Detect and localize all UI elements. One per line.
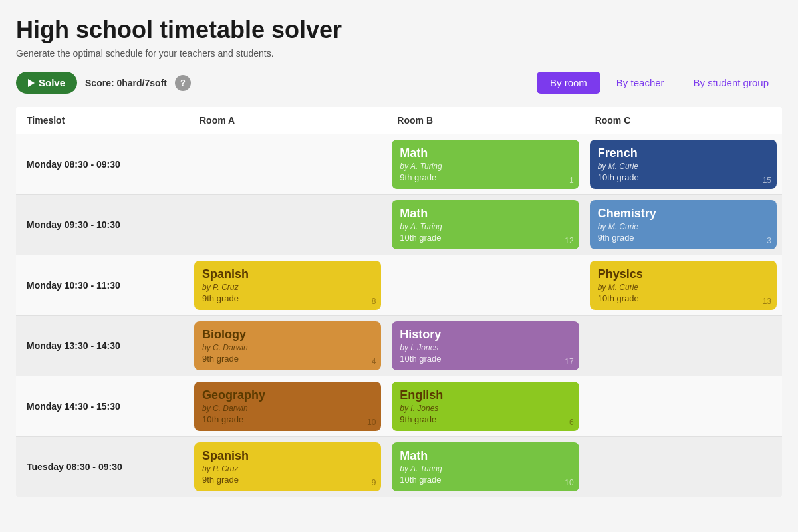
lesson-teacher: by A. Turing xyxy=(400,162,571,171)
lesson-number: 10 xyxy=(565,478,573,487)
lesson-teacher: by P. Cruz xyxy=(202,464,373,473)
lesson-grade: 10th grade xyxy=(598,172,769,182)
lesson-teacher: by P. Cruz xyxy=(202,283,373,292)
room-cell-empty xyxy=(585,376,782,436)
lesson-card[interactable]: Math by A. Turing 10th grade 10 xyxy=(392,442,579,491)
lesson-subject: Math xyxy=(400,146,571,160)
score-label: Score: 0hard/7soft xyxy=(85,78,167,88)
lesson-card[interactable]: French by M. Curie 10th grade 15 xyxy=(590,140,777,189)
lesson-teacher: by A. Turing xyxy=(400,464,571,473)
timetable-row: Monday 09:30 - 10:30 Math by A. Turing 1… xyxy=(16,195,782,255)
lesson-grade: 9th grade xyxy=(400,414,571,424)
help-icon-label: ? xyxy=(180,78,186,88)
timetable: Timeslot Room A Room B Room C Monday 08:… xyxy=(16,107,782,497)
lesson-grade: 10th grade xyxy=(400,354,571,364)
col-timeslot: Timeslot xyxy=(16,107,189,134)
lesson-grade: 9th grade xyxy=(202,475,373,485)
lesson-card[interactable]: Geography by C. Darwin 10th grade 10 xyxy=(194,382,381,431)
lesson-subject: Math xyxy=(400,207,571,221)
timetable-row: Monday 08:30 - 09:30 Math by A. Turing 9… xyxy=(16,134,782,195)
room-cell: Chemistry by M. Curie 9th grade 3 xyxy=(585,195,782,255)
help-button[interactable]: ? xyxy=(175,75,191,91)
lesson-number: 12 xyxy=(565,236,573,245)
timetable-body: Monday 08:30 - 09:30 Math by A. Turing 9… xyxy=(16,134,782,497)
lesson-subject: History xyxy=(400,328,571,342)
lesson-grade: 9th grade xyxy=(598,233,769,243)
lesson-card[interactable]: History by I. Jones 10th grade 17 xyxy=(392,321,579,370)
lesson-number: 4 xyxy=(372,357,376,366)
room-cell: Biology by C. Darwin 9th grade 4 xyxy=(189,316,386,376)
lesson-subject: Spanish xyxy=(202,267,373,281)
lesson-card[interactable]: Physics by M. Curie 10th grade 13 xyxy=(590,261,777,310)
lesson-teacher: by M. Curie xyxy=(598,162,769,171)
lesson-teacher: by I. Jones xyxy=(400,404,571,413)
timeslot-cell: Monday 13:30 - 14:30 xyxy=(16,316,189,376)
lesson-number: 6 xyxy=(569,418,574,427)
timetable-row: Monday 10:30 - 11:30 Spanish by P. Cruz … xyxy=(16,255,782,316)
lesson-card[interactable]: Spanish by P. Cruz 9th grade 9 xyxy=(194,442,381,491)
lesson-grade: 10th grade xyxy=(202,414,373,424)
lesson-teacher: by M. Curie xyxy=(598,283,769,292)
lesson-subject: French xyxy=(598,146,769,160)
room-cell-empty xyxy=(189,195,386,255)
toolbar-left: Solve Score: 0hard/7soft ? xyxy=(16,72,191,94)
tab-by-student-group[interactable]: By student group xyxy=(680,72,782,94)
room-cell: Math by A. Turing 10th grade 12 xyxy=(386,195,584,255)
lesson-card[interactable]: Biology by C. Darwin 9th grade 4 xyxy=(194,321,381,370)
lesson-subject: English xyxy=(400,388,571,402)
lesson-number: 9 xyxy=(372,478,376,487)
lesson-number: 8 xyxy=(372,297,376,306)
lesson-subject: Chemistry xyxy=(598,207,769,221)
room-cell: Math by A. Turing 9th grade 1 xyxy=(386,134,584,194)
timetable-header: Timeslot Room A Room B Room C xyxy=(16,107,782,134)
col-room-c: Room C xyxy=(585,107,782,134)
lesson-subject: Geography xyxy=(202,388,373,402)
room-cell: Math by A. Turing 10th grade 10 xyxy=(386,437,584,497)
lesson-grade: 9th grade xyxy=(202,293,373,303)
lesson-card[interactable]: Chemistry by M. Curie 9th grade 3 xyxy=(590,200,777,249)
lesson-number: 13 xyxy=(763,297,771,306)
tab-by-room[interactable]: By room xyxy=(537,72,600,94)
room-cell: Spanish by P. Cruz 9th grade 9 xyxy=(189,437,386,497)
col-room-b: Room B xyxy=(386,107,584,134)
lesson-subject: Physics xyxy=(598,267,769,281)
lesson-card[interactable]: English by I. Jones 9th grade 6 xyxy=(392,382,579,431)
lesson-subject: Spanish xyxy=(202,449,373,463)
col-room-a: Room A xyxy=(189,107,386,134)
lesson-number: 17 xyxy=(565,357,573,366)
solve-button[interactable]: Solve xyxy=(16,72,77,94)
lesson-grade: 9th grade xyxy=(202,354,373,364)
lesson-number: 15 xyxy=(763,176,771,185)
room-cell-empty xyxy=(585,316,782,376)
timetable-row: Tuesday 08:30 - 09:30 Spanish by P. Cruz… xyxy=(16,437,782,497)
play-icon xyxy=(28,79,35,87)
room-cell: Geography by C. Darwin 10th grade 10 xyxy=(189,376,386,436)
timeslot-cell: Monday 08:30 - 09:30 xyxy=(16,134,189,194)
lesson-teacher: by A. Turing xyxy=(400,222,571,231)
lesson-card[interactable]: Math by A. Turing 10th grade 12 xyxy=(392,200,579,249)
lesson-grade: 10th grade xyxy=(598,293,769,303)
lesson-card[interactable]: Spanish by P. Cruz 9th grade 8 xyxy=(194,261,381,310)
lesson-subject: Biology xyxy=(202,328,373,342)
room-cell: History by I. Jones 10th grade 17 xyxy=(386,316,584,376)
tab-by-teacher[interactable]: By teacher xyxy=(603,72,678,94)
room-cell: Spanish by P. Cruz 9th grade 8 xyxy=(189,255,386,315)
lesson-grade: 10th grade xyxy=(400,233,571,243)
lesson-card[interactable]: Math by A. Turing 9th grade 1 xyxy=(392,140,579,189)
lesson-teacher: by C. Darwin xyxy=(202,404,373,413)
room-cell: Physics by M. Curie 10th grade 13 xyxy=(585,255,782,315)
timeslot-cell: Monday 14:30 - 15:30 xyxy=(16,376,189,436)
lesson-grade: 9th grade xyxy=(400,172,571,182)
view-tabs: By room By teacher By student group xyxy=(537,72,782,94)
lesson-subject: Math xyxy=(400,449,571,463)
lesson-teacher: by I. Jones xyxy=(400,343,571,352)
lesson-grade: 10th grade xyxy=(400,475,571,485)
page-subtitle: Generate the optimal schedule for your t… xyxy=(16,48,782,59)
timeslot-cell: Tuesday 08:30 - 09:30 xyxy=(16,437,189,497)
room-cell: English by I. Jones 9th grade 6 xyxy=(386,376,584,436)
timeslot-cell: Monday 09:30 - 10:30 xyxy=(16,195,189,255)
room-cell-empty xyxy=(585,437,782,497)
toolbar: Solve Score: 0hard/7soft ? By room By te… xyxy=(16,72,782,94)
room-cell: French by M. Curie 10th grade 15 xyxy=(585,134,782,194)
page-title: High school timetable solver xyxy=(16,16,782,44)
